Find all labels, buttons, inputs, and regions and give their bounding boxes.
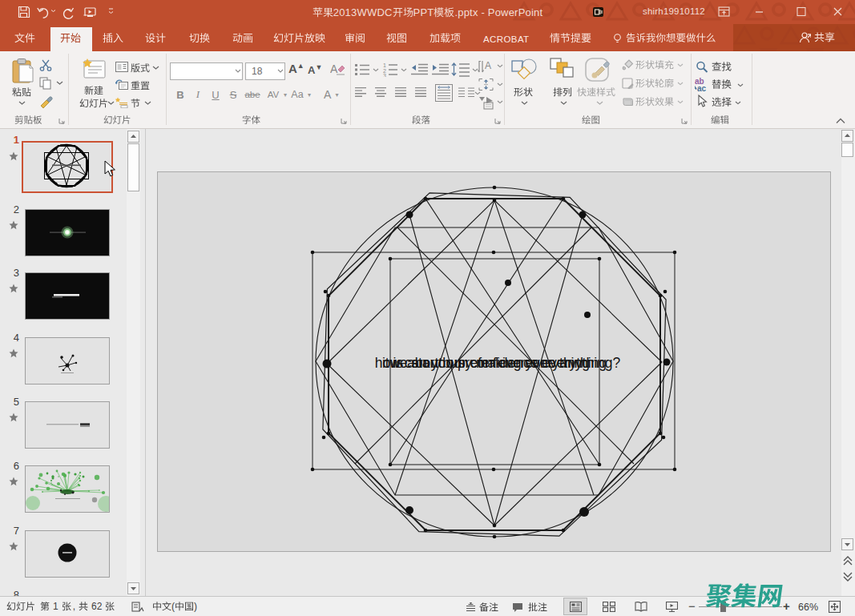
svg-text:it is about our confidence eve: it is about our confidence everything (382, 355, 607, 371)
svg-text:A: A (485, 60, 491, 71)
svg-text:3: 3 (383, 73, 386, 77)
svg-text:ac: ac (697, 84, 707, 92)
svg-text:A: A (330, 62, 338, 75)
